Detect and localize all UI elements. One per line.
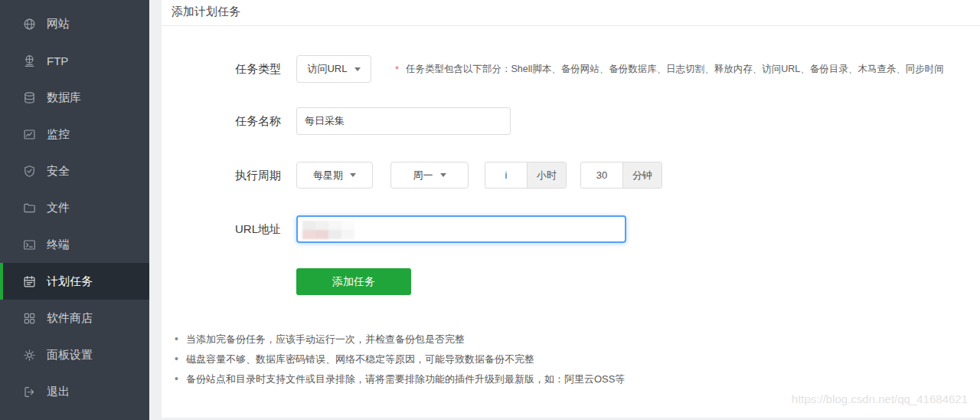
add-task-button[interactable]: 添加任务: [296, 268, 411, 295]
censored-url-blur: [302, 221, 354, 239]
gear-icon: [23, 349, 36, 362]
task-type-dropdown[interactable]: 访问URL: [296, 55, 371, 83]
weekday-value: 周一: [413, 169, 433, 182]
active-indicator: [0, 42, 3, 79]
sidebar-item-monitor[interactable]: 监控: [0, 116, 149, 153]
hour-input-group: i 小时: [485, 162, 567, 189]
sidebar-item-label: 安全: [47, 164, 70, 179]
url-label: URL地址: [162, 222, 281, 237]
period-value: 每星期: [313, 169, 343, 182]
sidebar-item-website[interactable]: 网站: [0, 5, 149, 42]
sidebar-item-appstore[interactable]: 软件商店: [0, 300, 149, 336]
database-icon: [23, 91, 36, 104]
task-name-value: 每日采集: [305, 114, 345, 128]
sidebar-item-label: 退出: [47, 385, 70, 399]
notes-list: 当添加完备份任务，应该手动运行一次，并检查备份包是否完整磁盘容量不够、数据库密码…: [175, 329, 625, 389]
sidebar-item-logout[interactable]: 退出: [0, 373, 149, 410]
sidebar-item-label: FTP: [47, 54, 68, 67]
hour-unit-addon: 小时: [527, 162, 566, 188]
active-indicator: [0, 263, 3, 300]
monitor-icon: [23, 128, 36, 141]
note-item: 磁盘容量不够、数据库密码错误、网络不稳定等原因，可能导致数据备份不完整: [175, 349, 625, 369]
sidebar-item-label: 软件商店: [47, 311, 93, 326]
sidebar-item-terminal[interactable]: 终端: [0, 226, 149, 263]
shield-icon: [23, 165, 36, 178]
active-indicator: [0, 373, 3, 410]
sidebar-item-label: 面板设置: [47, 348, 93, 363]
grid-icon: [23, 312, 36, 325]
required-mark: *: [395, 64, 399, 75]
task-name-input[interactable]: 每日采集: [296, 107, 511, 135]
logout-icon: [23, 386, 36, 399]
sidebar-item-label: 数据库: [47, 90, 81, 105]
minute-input[interactable]: 30: [581, 162, 622, 188]
hour-input[interactable]: i: [485, 162, 527, 188]
watermark-text: https://blog.csdn.net/qq_41684621: [792, 392, 968, 405]
sidebar-item-label: 监控: [47, 127, 70, 142]
sidebar-item-cron[interactable]: 计划任务: [0, 263, 149, 300]
header-divider: [162, 25, 980, 26]
bt-panel-page: 网站FTP数据库监控安全文件终端计划任务软件商店面板设置退出 添加计划任务 任务…: [0, 0, 980, 420]
calendar-icon: [23, 275, 36, 288]
weekday-dropdown[interactable]: 周一: [390, 162, 469, 189]
period-dropdown[interactable]: 每星期: [296, 162, 373, 189]
url-input[interactable]: [296, 215, 626, 243]
sidebar: 网站FTP数据库监控安全文件终端计划任务软件商店面板设置退出: [0, 0, 149, 420]
minute-input-group: 30 分钟: [580, 162, 662, 189]
sidebar-item-label: 终端: [47, 238, 70, 252]
note-item: 备份站点和目录时支持文件或目录排除，请将需要排除功能的插件升级到最新版，如：阿里…: [175, 369, 625, 389]
task-type-value: 访问URL: [307, 62, 347, 76]
chevron-down-icon: [440, 173, 446, 177]
terminal-icon: [23, 238, 36, 251]
page-title: 添加计划任务: [172, 5, 240, 19]
active-indicator: [0, 116, 3, 153]
minute-unit-addon: 分钟: [622, 162, 662, 188]
task-type-label: 任务类型: [162, 62, 281, 77]
chevron-down-icon: [350, 173, 356, 177]
note-item: 当添加完备份任务，应该手动运行一次，并检查备份包是否完整: [175, 329, 625, 349]
sidebar-item-label: 文件: [47, 201, 70, 215]
active-indicator: [0, 5, 3, 42]
active-indicator: [0, 226, 3, 263]
sidebar-item-ftp[interactable]: FTP: [0, 42, 149, 79]
sidebar-item-files[interactable]: 文件: [0, 189, 149, 226]
sidebar-item-security[interactable]: 安全: [0, 153, 149, 189]
globe-icon: [23, 18, 36, 31]
main-content: 添加计划任务 任务类型 访问URL * 任务类型包含以下部分：Shell脚本、备…: [162, 0, 980, 418]
active-indicator: [0, 336, 3, 373]
sidebar-menu: 网站FTP数据库监控安全文件终端计划任务软件商店面板设置退出: [0, 0, 149, 410]
sidebar-item-label: 网站: [47, 17, 70, 31]
sidebar-item-label: 计划任务: [47, 274, 93, 289]
active-indicator: [0, 153, 3, 189]
chevron-down-icon: [354, 67, 361, 71]
active-indicator: [0, 189, 3, 226]
sidebar-item-settings[interactable]: 面板设置: [0, 336, 149, 373]
task-name-label: 任务名称: [162, 114, 281, 129]
ftp-icon: [23, 54, 36, 67]
sidebar-item-database[interactable]: 数据库: [0, 79, 149, 116]
task-type-hint: 任务类型包含以下部分：Shell脚本、备份网站、备份数据库、日志切割、释放内存、…: [406, 55, 944, 83]
folder-icon: [23, 202, 36, 215]
active-indicator: [0, 79, 3, 116]
schedule-label: 执行周期: [162, 169, 281, 183]
active-indicator: [0, 300, 3, 336]
